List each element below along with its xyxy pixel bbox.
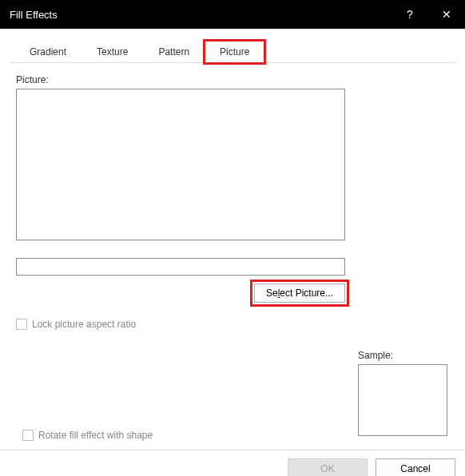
ok-button: OK bbox=[288, 458, 368, 476]
sample-label: Sample: bbox=[358, 350, 447, 361]
select-picture-row: Select Picture... bbox=[16, 284, 345, 303]
dialog-footer: OK Cancel bbox=[0, 450, 465, 476]
tab-picture[interactable]: Picture bbox=[205, 41, 264, 63]
help-button[interactable]: ? bbox=[391, 0, 428, 29]
lock-aspect-ratio-checkbox[interactable]: Lock picture aspect ratio bbox=[16, 319, 455, 330]
rotate-fill-label: Rotate fill effect with shape bbox=[38, 430, 153, 441]
cancel-button[interactable]: Cancel bbox=[376, 458, 455, 476]
dialog-content: Gradient Texture Pattern Picture Picture… bbox=[0, 40, 465, 476]
tab-texture[interactable]: Texture bbox=[81, 41, 143, 63]
checkbox-icon bbox=[16, 319, 27, 330]
tab-pattern[interactable]: Pattern bbox=[143, 41, 205, 63]
sample-area: Sample: bbox=[358, 350, 447, 436]
select-picture-button[interactable]: Select Picture... bbox=[254, 284, 345, 303]
titlebar: Fill Effects ? ✕ bbox=[0, 0, 465, 29]
picture-name-input[interactable] bbox=[16, 258, 345, 276]
picture-section-label: Picture: bbox=[16, 74, 455, 85]
lock-aspect-ratio-label: Lock picture aspect ratio bbox=[32, 319, 136, 330]
sample-preview bbox=[358, 364, 447, 436]
close-button[interactable]: ✕ bbox=[428, 0, 465, 29]
picture-preview bbox=[16, 89, 345, 240]
checkbox-icon bbox=[22, 430, 34, 441]
rotate-fill-checkbox[interactable]: Rotate fill effect with shape bbox=[22, 430, 153, 441]
tab-bar: Gradient Texture Pattern Picture bbox=[10, 40, 455, 63]
dialog-title: Fill Effects bbox=[10, 9, 391, 21]
tab-gradient[interactable]: Gradient bbox=[14, 41, 81, 63]
